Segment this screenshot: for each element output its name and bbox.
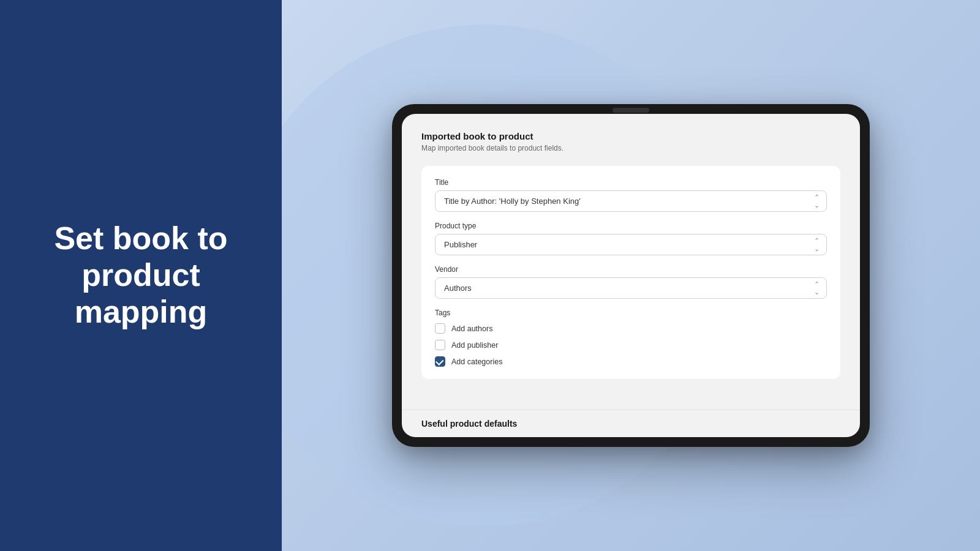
vendor-label: Vendor	[435, 265, 827, 274]
form-title: Imported book to product	[421, 131, 840, 141]
add-publisher-label: Add publisher	[451, 341, 498, 350]
add-categories-label: Add categories	[451, 358, 502, 366]
form-subtitle: Map imported book details to product fie…	[421, 144, 840, 152]
form-header: Imported book to product Map imported bo…	[421, 131, 840, 152]
tablet-device: Imported book to product Map imported bo…	[392, 104, 870, 447]
product-type-label: Product type	[435, 222, 827, 230]
product-type-select-wrapper[interactable]: Publisher ⌃⌄	[435, 234, 827, 255]
add-authors-checkbox[interactable]	[435, 323, 445, 334]
tags-label: Tags	[435, 309, 827, 317]
title-select[interactable]: Title by Author: 'Holly by Stephen King'	[435, 190, 827, 212]
product-type-select[interactable]: Publisher	[435, 234, 827, 255]
vendor-select[interactable]: Authors	[435, 277, 827, 299]
tablet-notch	[612, 108, 649, 113]
add-authors-label: Add authors	[451, 324, 492, 333]
add-authors-checkbox-item[interactable]: Add authors	[435, 323, 827, 334]
product-type-field-group: Product type Publisher ⌃⌄	[435, 222, 827, 255]
bottom-section: Useful product defaults	[402, 410, 860, 437]
vendor-select-wrapper[interactable]: Authors ⌃⌄	[435, 277, 827, 299]
hero-heading: Set book to product mapping	[54, 220, 227, 330]
useful-defaults-title: Useful product defaults	[421, 419, 840, 429]
title-field-group: Title Title by Author: 'Holly by Stephen…	[435, 178, 827, 212]
vendor-field-group: Vendor Authors ⌃⌄	[435, 265, 827, 299]
add-publisher-checkbox-item[interactable]: Add publisher	[435, 340, 827, 350]
tags-section: Tags Add authors Add publisher	[435, 309, 827, 367]
title-select-wrapper[interactable]: Title by Author: 'Holly by Stephen King'…	[435, 190, 827, 212]
add-publisher-checkbox[interactable]	[435, 340, 445, 350]
left-panel: Set book to product mapping	[0, 0, 282, 551]
add-categories-checkbox[interactable]	[435, 356, 445, 367]
title-label: Title	[435, 178, 827, 187]
tablet-screen: Imported book to product Map imported bo…	[402, 114, 860, 437]
form-card: Title Title by Author: 'Holly by Stephen…	[421, 166, 840, 379]
right-panel: Imported book to product Map imported bo…	[282, 0, 980, 551]
add-categories-checkbox-item[interactable]: Add categories	[435, 356, 827, 367]
form-area: Imported book to product Map imported bo…	[402, 114, 860, 410]
